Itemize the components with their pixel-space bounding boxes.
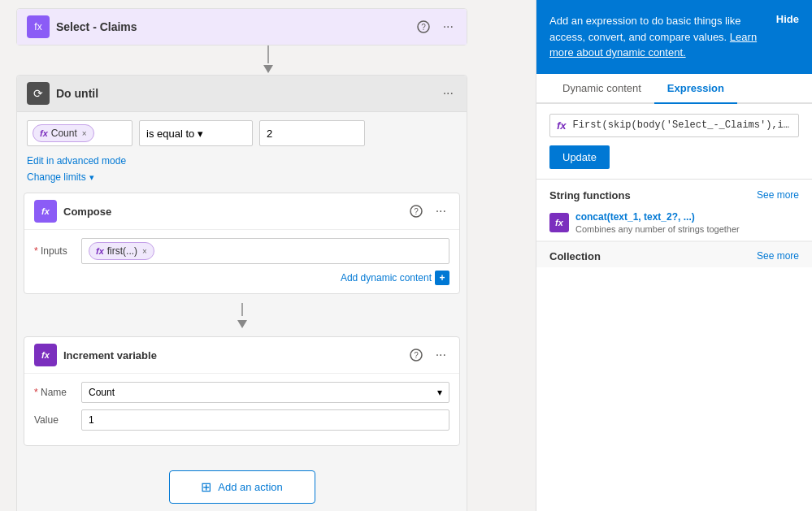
increment-body: Name Count ▾ Value <box>24 374 459 445</box>
add-action-area: ⊞ Add an action <box>17 453 467 511</box>
add-dynamic-content-button[interactable]: Add dynamic content + <box>341 271 449 285</box>
tab-dynamic-content[interactable]: Dynamic content <box>549 74 654 104</box>
select-claims-help-button[interactable]: ? <box>414 19 433 35</box>
compose-body: Inputs fx first(...) × Add dynamic conte… <box>24 230 459 293</box>
concat-function-icon: fx <box>549 213 569 232</box>
do-until-title: Do until <box>56 87 433 100</box>
right-panel: Add an expression to do basic things lik… <box>536 0 812 511</box>
collection-see-more-button[interactable]: See more <box>757 250 799 262</box>
fx-icon: fx <box>557 119 567 132</box>
increment-more-button[interactable]: ··· <box>432 346 449 364</box>
do-until-actions: ··· <box>440 84 457 102</box>
count-token: fx Count × <box>33 124 94 142</box>
compose-header: fx Compose ? ··· <box>24 193 459 230</box>
increment-value-row: Value <box>34 409 449 431</box>
compose-icon: fx <box>34 200 57 223</box>
do-until-header: ⟳ Do until ··· <box>17 76 467 112</box>
concat-function-desc: Combines any number of strings together <box>575 224 740 234</box>
increment-name-dropdown[interactable]: Count ▾ <box>81 382 449 403</box>
token-close-button[interactable]: × <box>82 129 87 138</box>
do-until-card: ⟳ Do until ··· fx Count × <box>16 75 467 511</box>
token-fx-icon: fx <box>40 128 48 138</box>
concat-function-item: fx concat(text_1, text_2?, ...) Combines… <box>536 205 812 241</box>
expression-area: fx First(skip(body('Select_-_Claims'),it… <box>536 104 812 180</box>
concat-function-info: concat(text_1, text_2?, ...) Combines an… <box>575 211 740 234</box>
concat-function-name[interactable]: concat(text_1, text_2?, ...) <box>575 211 740 223</box>
change-limits-button[interactable]: Change limits <box>27 171 86 183</box>
svg-text:?: ? <box>414 207 419 216</box>
compose-card: fx Compose ? ··· Inputs fx <box>24 193 460 294</box>
operator-dropdown[interactable]: is equal to ▾ <box>139 120 253 146</box>
compose-inputs-label: Inputs <box>34 245 75 257</box>
expression-input-row: fx First(skip(body('Select_-_Claims'),it… <box>549 114 799 137</box>
increment-value-input[interactable] <box>81 409 449 431</box>
add-dynamic-plus-icon: + <box>435 271 449 285</box>
compose-inputs-row: Inputs fx first(...) × <box>34 238 449 264</box>
panel-header-text: Add an expression to do basic things lik… <box>549 13 766 61</box>
token-label: Count <box>51 128 77 139</box>
connector-1 <box>16 45 519 63</box>
compose-inputs-field[interactable]: fx first(...) × <box>81 238 449 264</box>
add-dynamic-content-row: Add dynamic content + <box>34 271 449 285</box>
arrow-1 <box>16 63 519 75</box>
condition-row: fx Count × is equal to ▾ 2 <box>27 120 457 146</box>
collection-section: Collection See more <box>536 241 812 267</box>
increment-name-row: Name Count ▾ <box>34 382 449 403</box>
select-claims-title: Select - Claims <box>56 20 407 33</box>
first-token-close[interactable]: × <box>142 247 147 256</box>
string-see-more-button[interactable]: See more <box>757 189 799 201</box>
increment-help-button[interactable]: ? <box>406 347 426 363</box>
compose-actions: ? ··· <box>406 202 449 220</box>
change-limits-row: Change limits ▾ <box>27 171 457 183</box>
select-claims-card: fx Select - Claims ? ··· <box>16 8 467 45</box>
increment-variable-card: fx Increment variable ? ··· Name Count <box>24 336 460 446</box>
condition-token-wrap[interactable]: fx Count × <box>27 120 132 146</box>
increment-value-label: Value <box>34 414 75 426</box>
increment-actions: ? ··· <box>406 346 449 364</box>
edit-advanced-mode-button[interactable]: Edit in advanced mode <box>27 155 126 167</box>
hide-panel-button[interactable]: Hide <box>776 13 799 25</box>
svg-text:?: ? <box>421 23 426 32</box>
do-until-icon: ⟳ <box>27 82 50 105</box>
add-action-button[interactable]: ⊞ Add an action <box>169 470 315 504</box>
panel-tabs: Dynamic content Expression <box>536 74 812 104</box>
update-button[interactable]: Update <box>549 145 610 169</box>
increment-icon: fx <box>34 344 57 366</box>
select-claims-header: fx Select - Claims ? ··· <box>17 9 467 45</box>
do-until-more-button[interactable]: ··· <box>440 84 457 102</box>
select-claims-actions: ? ··· <box>414 18 457 36</box>
compose-title: Compose <box>63 206 400 218</box>
compose-more-button[interactable]: ··· <box>432 202 449 220</box>
increment-title: Increment variable <box>63 349 400 362</box>
panel-header: Add an expression to do basic things lik… <box>536 0 812 74</box>
svg-marker-7 <box>237 320 247 328</box>
expression-text: First(skip(body('Select_-_Claims'),itera… <box>573 119 792 131</box>
increment-header: fx Increment variable ? ··· <box>24 337 459 374</box>
increment-name-label: Name <box>34 387 75 398</box>
svg-marker-3 <box>263 65 273 73</box>
inner-arrow <box>17 318 467 330</box>
condition-value-input[interactable]: 2 <box>259 120 365 146</box>
inner-connector <box>17 301 467 318</box>
first-token: fx first(...) × <box>89 242 154 260</box>
svg-text:?: ? <box>414 351 419 360</box>
do-until-condition-area: fx Count × is equal to ▾ 2 Edit in advan… <box>17 112 467 186</box>
string-functions-section: String functions See more <box>536 180 812 205</box>
tab-expression[interactable]: Expression <box>654 74 737 104</box>
add-action-icon: ⊞ <box>201 479 211 495</box>
select-claims-icon: fx <box>27 15 50 38</box>
compose-help-button[interactable]: ? <box>406 203 426 219</box>
select-claims-more-button[interactable]: ··· <box>440 18 457 36</box>
